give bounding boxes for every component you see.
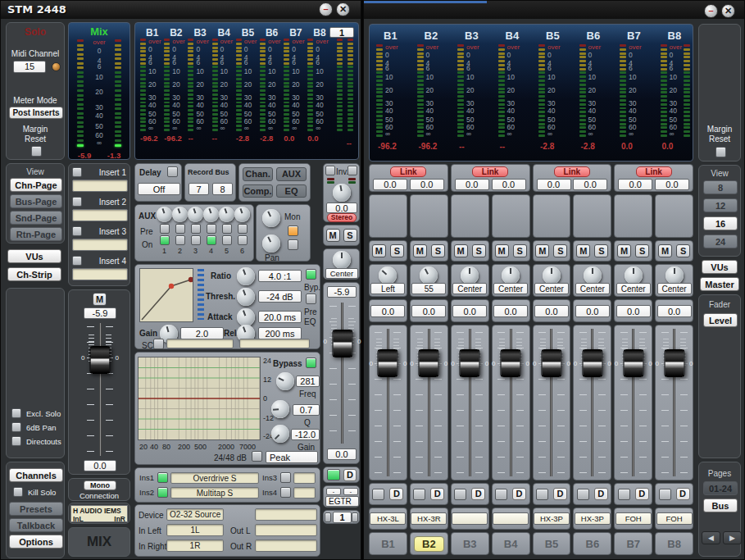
sidechain-button[interactable] <box>153 339 164 349</box>
title-bar[interactable]: – ✕ <box>364 1 744 19</box>
aux-send-knob[interactable] <box>157 207 172 222</box>
aux-on-button[interactable] <box>160 235 170 245</box>
pages-bus-button[interactable]: Bus <box>703 499 738 512</box>
pan-knob[interactable] <box>420 266 438 285</box>
monitor-knob[interactable] <box>262 209 280 227</box>
device-dropdown[interactable]: O2-32 Source <box>166 508 224 521</box>
kill-solo-checkbox[interactable] <box>13 487 23 497</box>
checkbox[interactable] <box>11 408 21 418</box>
record-bus-2[interactable]: 8 <box>212 183 233 195</box>
fader-handle[interactable] <box>541 349 561 377</box>
eq-gain-knob[interactable] <box>271 425 289 443</box>
assign-button[interactable] <box>536 489 548 500</box>
invert-left-button[interactable] <box>325 166 335 175</box>
fader-level-value[interactable]: 0.0 <box>370 305 405 317</box>
bus-gain-value[interactable]: 0.0 <box>455 179 489 190</box>
bus-select-label[interactable]: B6 <box>579 537 607 551</box>
page-prev-button[interactable]: ◀ <box>702 531 720 544</box>
fader-track[interactable] <box>341 303 343 444</box>
fader-handle[interactable] <box>664 349 684 377</box>
strip-direct-button[interactable]: D <box>343 469 357 481</box>
midi-channel-input[interactable]: 15 <box>13 61 46 73</box>
assign-button[interactable] <box>495 489 507 500</box>
eq-q-value[interactable]: 0.7 <box>293 404 320 416</box>
insert-enable-button[interactable] <box>72 256 82 266</box>
view-count-button[interactable]: 8 <box>703 180 738 194</box>
direct-out-button[interactable]: D <box>594 488 608 500</box>
talkback-button[interactable]: Talkback <box>9 518 63 532</box>
bus-gain-value[interactable]: 0.0 <box>537 179 571 190</box>
aux-send-knob[interactable] <box>219 207 234 222</box>
fader-handle[interactable] <box>501 349 521 377</box>
strip-insert-field[interactable]: Multitap S <box>170 487 259 499</box>
fader-level-value[interactable]: 0.0 <box>452 305 487 317</box>
solo-button[interactable]: S <box>553 244 567 257</box>
margin-reset-button[interactable] <box>31 146 42 157</box>
direct-out-button[interactable]: D <box>553 488 567 500</box>
assign-button[interactable] <box>577 489 589 500</box>
strip-insert-field[interactable] <box>293 472 316 484</box>
bus-select-label[interactable]: B7 <box>619 537 647 551</box>
comp-bypass-button[interactable] <box>306 294 316 304</box>
release-value[interactable]: 200 ms <box>258 327 302 339</box>
solo-button[interactable]: S <box>676 244 690 257</box>
view-count-button[interactable]: 12 <box>703 198 738 212</box>
mute-button[interactable]: M <box>413 244 427 257</box>
mute-button[interactable]: M <box>495 244 509 257</box>
vus-button[interactable]: VUs <box>702 260 738 274</box>
pan-value[interactable]: Left <box>370 283 405 294</box>
bus-name-field[interactable] <box>452 512 488 525</box>
fader-level-value[interactable]: 0.0 <box>616 305 651 317</box>
mute-button[interactable]: M <box>372 244 386 257</box>
pan-value[interactable]: 55 <box>411 283 446 294</box>
direct-out-button[interactable]: D <box>512 488 526 500</box>
bus-select-label[interactable]: B5 <box>538 537 566 551</box>
aux-on-button[interactable] <box>191 235 201 245</box>
pan-value[interactable]: Center <box>534 283 569 294</box>
attack-knob[interactable] <box>237 308 255 326</box>
ratio-knob[interactable] <box>237 267 255 285</box>
strip-active-button[interactable] <box>327 469 340 480</box>
direct-out-button[interactable]: D <box>676 488 690 500</box>
section-tab[interactable]: EQ <box>276 184 307 198</box>
fader-level-value[interactable]: 0.0 <box>534 305 569 317</box>
strip-slot-2[interactable]: - <box>343 488 358 495</box>
stereo-button[interactable]: Stereo <box>327 213 357 222</box>
fader-handle[interactable] <box>378 349 398 377</box>
insert-field[interactable] <box>72 180 128 192</box>
mute-button[interactable]: M <box>617 244 631 257</box>
fader-handle[interactable] <box>623 349 643 377</box>
monitor-on-button[interactable] <box>288 225 298 236</box>
bus-gain-value[interactable]: 0.0 <box>618 179 652 190</box>
pan-knob[interactable] <box>461 266 479 285</box>
strip-db-display[interactable]: -5.9 <box>327 286 357 298</box>
pan-value[interactable]: Center <box>493 283 528 294</box>
aux-on-button[interactable] <box>207 235 216 245</box>
insert-field[interactable] <box>72 239 128 251</box>
eq-freq-knob[interactable] <box>276 372 294 390</box>
pan-knob[interactable] <box>625 266 643 285</box>
checkbox[interactable] <box>11 422 21 432</box>
assign-button[interactable] <box>454 489 466 500</box>
aux-send-knob[interactable] <box>203 207 219 222</box>
vus-button[interactable]: VUs <box>7 249 61 263</box>
solo-button[interactable]: S <box>513 244 527 257</box>
solo-button[interactable]: S <box>635 244 649 257</box>
bus-name-field[interactable] <box>493 512 529 525</box>
master-button[interactable]: Master <box>700 277 739 291</box>
aux-pre-button[interactable] <box>238 224 248 234</box>
direct-out-button[interactable]: D <box>389 488 403 500</box>
pan-value[interactable]: Center <box>657 283 692 294</box>
bus-gain-value[interactable]: 0.0 <box>573 179 607 190</box>
mono-button[interactable]: Mono <box>84 480 116 490</box>
invert-right-button[interactable] <box>348 166 357 175</box>
strip-insert-enable[interactable] <box>157 472 168 483</box>
link-button[interactable]: Link <box>554 166 590 177</box>
checkbox[interactable] <box>11 436 21 446</box>
title-bar[interactable]: STM 2448 – ✕ <box>1 1 361 19</box>
solo-button[interactable]: S <box>390 244 404 257</box>
aux-pre-button[interactable] <box>175 224 185 234</box>
options-button[interactable]: Options <box>9 535 63 549</box>
pan-mode-button[interactable] <box>288 239 298 250</box>
bus-name-field[interactable]: FOH <box>656 512 693 525</box>
